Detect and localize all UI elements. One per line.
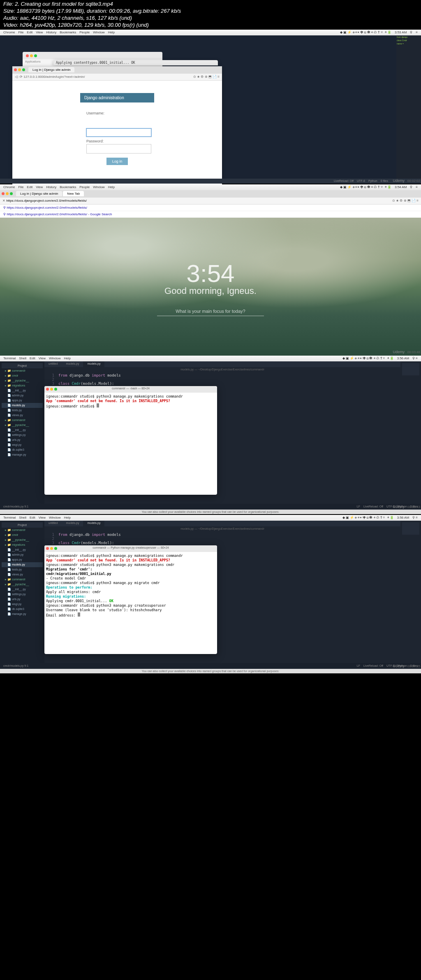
browser-tab-2[interactable]: New Tab <box>63 191 84 196</box>
tree-item[interactable]: ▸ 📁 commandr <box>2 368 43 373</box>
tree-item[interactable]: ▸ 📁 migrations <box>2 542 43 547</box>
minimap[interactable] <box>402 522 419 535</box>
menu-window[interactable]: Window <box>93 185 104 189</box>
tree-item[interactable]: 📄 manage.py <box>2 452 43 457</box>
minimize-icon[interactable] <box>18 68 21 71</box>
editor-tab[interactable]: models.py <box>83 521 104 526</box>
search-icon[interactable]: ⚲ <box>410 185 412 189</box>
menu-edit[interactable]: Edit <box>27 185 32 189</box>
menu-shell[interactable]: Shell <box>19 356 26 360</box>
extension-icons[interactable]: ⊙ ★ ⚙ ⊕ ⬒ 📄 ≡ <box>193 75 220 79</box>
menu-bookmarks[interactable]: Bookmarks <box>60 30 76 34</box>
tree-item[interactable]: ▸ 📁 commandr <box>2 577 43 582</box>
address-bar[interactable]: ✕ https://docs.djangoproject.com/en/2.0/… <box>0 198 421 205</box>
editor-tabs[interactable]: untitledmodels.pymodels.py <box>44 361 400 367</box>
tree-item[interactable]: 📄 __init__.py <box>2 587 43 592</box>
tree-item[interactable]: 📄 models.py <box>2 562 43 567</box>
login-button[interactable]: Log in <box>106 158 128 165</box>
editor-tab[interactable]: untitled <box>44 361 62 367</box>
editor-tab[interactable]: models.py <box>62 521 83 526</box>
tree-item[interactable]: ▸ 📁 cmdr <box>2 373 43 378</box>
focus-input[interactable] <box>157 316 264 316</box>
terminal-output[interactable]: igneus:commandr studio$ python3 manage.p… <box>44 393 217 495</box>
maximize-icon[interactable] <box>22 68 25 71</box>
address-bar[interactable]: ◁ ▷ ⟳ 127.0.0.1:8000/admin/login/?next=/… <box>12 74 222 81</box>
file-tree[interactable]: Project ▸ 📁 commandr▸ 📁 cmdr▸ 📁 __pycach… <box>0 521 44 669</box>
tree-item[interactable]: ▸ 📁 cmdr <box>2 533 43 538</box>
browser-tab[interactable]: Log in | Django site admin <box>28 67 74 72</box>
menu-shell[interactable]: Shell <box>19 516 26 519</box>
browser-window[interactable]: Log in | Django site admin ◁ ▷ ⟳ 127.0.0… <box>12 66 222 182</box>
menu-terminal[interactable]: Terminal <box>3 516 16 519</box>
tree-item[interactable]: ▸ 📁 commandr <box>2 528 43 533</box>
menu-people[interactable]: People <box>79 30 90 34</box>
url-text[interactable]: 127.0.0.1:8000/admin/login/?next=/admin/ <box>23 75 85 79</box>
tree-item[interactable]: 📄 settings.py <box>2 592 43 597</box>
close-icon[interactable] <box>14 68 17 71</box>
editor-tabs[interactable]: untitledmodels.pymodels.py <box>44 521 400 526</box>
menu-help[interactable]: Help <box>108 30 115 34</box>
username-input[interactable] <box>86 128 151 137</box>
menu-history[interactable]: History <box>46 30 56 34</box>
menu-chrome[interactable]: Chrome <box>3 30 15 34</box>
menu-people[interactable]: People <box>79 185 90 189</box>
url-text[interactable]: https://docs.djangoproject.com/en/2.0/re… <box>6 199 87 203</box>
menu-bookmarks[interactable]: Bookmarks <box>60 185 76 189</box>
editor-tab[interactable]: models.py <box>83 361 104 367</box>
tree-item[interactable]: 📄 apps.py <box>2 398 43 403</box>
menu-help[interactable]: Help <box>108 185 115 189</box>
tree-item[interactable]: 📄 wsgi.py <box>2 602 43 607</box>
tree-item[interactable]: 📄 manage.py <box>2 612 43 617</box>
menu-edit[interactable]: Edit <box>30 356 35 360</box>
editor-tab[interactable]: untitled <box>44 521 62 526</box>
reload-icon[interactable]: ⟳ <box>20 75 23 79</box>
tree-item[interactable]: 📄 views.py <box>2 572 43 577</box>
menu-view[interactable]: View <box>39 356 46 360</box>
menu-window[interactable]: Window <box>49 516 60 519</box>
url-suggestion-2[interactable]: ⚲ https://docs.djangoproject.com/en/2.0/… <box>0 211 421 218</box>
editor-tab[interactable]: models.py <box>62 361 83 367</box>
menu-edit[interactable]: Edit <box>30 516 35 519</box>
tree-item[interactable]: 📄 __init__.py <box>2 547 43 552</box>
url-suggestion-1[interactable]: ⚲ https://docs.djangoproject.com/en/2.0/… <box>0 205 421 211</box>
tree-item[interactable]: 📄 tests.py <box>2 408 43 413</box>
menu-edit[interactable]: Edit <box>27 30 32 34</box>
terminal-window[interactable]: commandr — -bash — 80×24 igneus:commandr… <box>44 386 217 495</box>
menu-icon[interactable]: ≡ <box>416 30 418 34</box>
tree-item[interactable]: 📄 apps.py <box>2 557 43 562</box>
file-tree[interactable]: Project ▸ 📁 commandr▸ 📁 cmdr▸ 📁 __pycach… <box>0 361 44 510</box>
tree-item[interactable]: 📄 db.sqlite3 <box>2 607 43 612</box>
tree-item[interactable]: ▸ 📁 __pycache__ <box>2 538 43 542</box>
tree-item[interactable]: 📄 wsgi.py <box>2 442 43 447</box>
menu-view[interactable]: View <box>36 185 43 189</box>
menu-chrome[interactable]: Chrome <box>3 185 15 189</box>
menu-window[interactable]: Window <box>93 30 104 34</box>
window-controls[interactable] <box>12 67 27 73</box>
window-controls[interactable] <box>0 191 14 197</box>
minimap[interactable] <box>402 363 419 375</box>
tree-item[interactable]: ▸ 📁 __pycache__ <box>2 378 43 383</box>
tree-item[interactable]: 📄 __init__.py <box>2 388 43 393</box>
tree-item[interactable]: 📄 admin.py <box>2 552 43 557</box>
tree-item[interactable]: 📄 admin.py <box>2 393 43 398</box>
code-area[interactable]: 1from django.db import models 2 3class C… <box>44 531 400 547</box>
browser-tab-1[interactable]: Log in | Django site admin <box>16 191 62 196</box>
tree-item[interactable]: 📄 urls.py <box>2 438 43 442</box>
menu-terminal[interactable]: Terminal <box>3 356 16 360</box>
tree-item[interactable]: ▸ 📁 commandr <box>2 418 43 423</box>
tree-item[interactable]: ▸ 📁 migrations <box>2 383 43 388</box>
password-input[interactable] <box>86 144 151 154</box>
tree-item[interactable]: 📄 urls.py <box>2 597 43 602</box>
search-icon[interactable]: ⚲ <box>410 30 412 34</box>
menu-window[interactable]: Window <box>49 356 60 360</box>
terminal-window[interactable]: commandr — Python manage.py createsuperu… <box>44 545 217 654</box>
tree-item[interactable]: 📄 db.sqlite3 <box>2 447 43 452</box>
menu-icon[interactable]: ≡ <box>416 185 418 189</box>
tree-item[interactable]: 📄 settings.py <box>2 433 43 438</box>
menu-view[interactable]: View <box>39 516 46 519</box>
menu-file[interactable]: File <box>18 30 23 34</box>
tree-item[interactable]: 📄 models.py <box>2 403 43 408</box>
menu-file[interactable]: File <box>18 185 23 189</box>
tree-item[interactable]: ▸ 📁 __pycache__ <box>2 582 43 587</box>
menu-view[interactable]: View <box>36 30 43 34</box>
